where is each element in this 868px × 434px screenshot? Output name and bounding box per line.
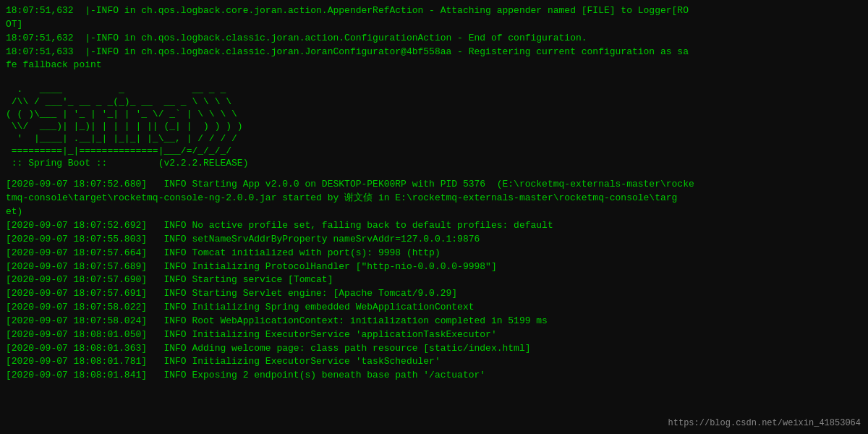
info-log-line: [2020-09-07 18:07:52.680] INFO Starting …	[6, 178, 862, 192]
spring-logo-line: =========|_|==============|___/=/_/_/_/	[6, 145, 862, 158]
watermark: https://blog.csdn.net/weixin_41853064	[668, 418, 861, 428]
spring-logo: . ____ _ __ _ _ /\\ / ___'_ __ _ _(_)_ _…	[6, 84, 862, 169]
info-log-line: [2020-09-07 18:07:52.692] INFO No active…	[6, 219, 862, 233]
log-line: fe fallback point	[6, 59, 862, 72]
info-log-line: [2020-09-07 18:07:55.803] INFO setNameSr…	[6, 233, 862, 247]
top-log-lines: 18:07:51,632 |-INFO in ch.qos.logback.co…	[6, 4, 862, 72]
spring-logo-line: ' |____| .__|_| |_|_| |_\__, | / / / /	[6, 133, 862, 145]
log-line: OT]	[6, 18, 862, 32]
spring-boot-version: :: Spring Boot :: (v2.2.2.RELEASE)	[6, 158, 862, 170]
spring-logo-line: . ____ _ __ _ _	[6, 84, 862, 96]
info-log-line: [2020-09-07 18:07:57.664] INFO Tomcat in…	[6, 247, 862, 260]
info-log-line: [2020-09-07 18:08:01.841] INFO Exposing …	[6, 369, 862, 383]
info-log-line: [2020-09-07 18:07:57.690] INFO Starting …	[6, 273, 862, 287]
console-window: 18:07:51,632 |-INFO in ch.qos.logback.co…	[0, 0, 868, 434]
info-log-line: [2020-09-07 18:07:58.022] INFO Initializ…	[6, 301, 862, 315]
info-log-line: tmq-console\target\rocketmq-console-ng-2…	[6, 192, 862, 205]
info-log-line: [2020-09-07 18:07:57.689] INFO Initializ…	[6, 260, 862, 274]
info-log-line: [2020-09-07 18:08:01.050] INFO Initializ…	[6, 328, 862, 342]
info-log-line: [2020-09-07 18:08:01.781] INFO Initializ…	[6, 355, 862, 369]
info-log-line: [2020-09-07 18:08:01.363] INFO Adding we…	[6, 342, 862, 356]
info-log-lines: [2020-09-07 18:07:52.680] INFO Starting …	[6, 178, 862, 383]
spring-logo-line: ( ( )\___ | '_ | '_| | '_ \/ _` | \ \ \ …	[6, 109, 862, 121]
log-line: 18:07:51,633 |-INFO in ch.qos.logback.cl…	[6, 46, 862, 59]
info-log-line: [2020-09-07 18:07:58.024] INFO Root WebA…	[6, 315, 862, 328]
info-log-line: [2020-09-07 18:07:57.691] INFO Starting …	[6, 287, 862, 301]
info-log-line: et)	[6, 205, 862, 219]
spring-logo-line: /\\ / ___'_ __ _ _(_)_ __ __ _ \ \ \ \	[6, 96, 862, 109]
log-line: 18:07:51,632 |-INFO in ch.qos.logback.co…	[6, 4, 862, 18]
log-line: 18:07:51,632 |-INFO in ch.qos.logback.cl…	[6, 32, 862, 46]
spring-logo-line: \\/ ___)| |_)| | | | | || (_| | ) ) ) )	[6, 121, 862, 133]
